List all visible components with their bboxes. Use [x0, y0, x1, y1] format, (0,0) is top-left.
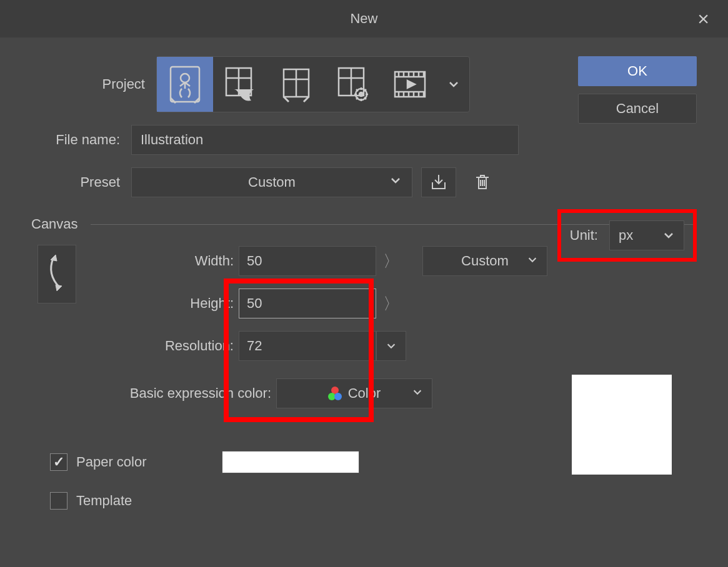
width-input[interactable]	[239, 246, 376, 276]
resolution-input[interactable]	[239, 331, 376, 361]
height-row: Height: 〉	[95, 287, 697, 320]
filename-label: File name:	[31, 132, 131, 148]
save-preset-button[interactable]	[421, 167, 456, 197]
action-buttons: OK Cancel	[578, 56, 697, 131]
dialog-body: OK Cancel Project	[0, 37, 728, 567]
svg-point-6	[359, 92, 363, 96]
template-label: Template	[76, 493, 132, 509]
swap-arrows-icon	[44, 252, 69, 296]
rgb-icon	[328, 387, 342, 400]
chevron-down-icon	[386, 340, 397, 352]
template-row: Template	[50, 492, 697, 510]
template-checkbox[interactable]	[50, 492, 67, 510]
project-type-comic[interactable]	[213, 57, 269, 112]
ok-button[interactable]: OK	[578, 56, 697, 86]
chevron-down-icon	[412, 387, 423, 398]
filename-input[interactable]	[131, 125, 519, 155]
paper-color-label: Paper color	[76, 454, 147, 470]
comic-alt-icon	[279, 66, 316, 103]
preset-value: Custom	[248, 174, 296, 190]
color-mode-value: Color	[348, 385, 381, 402]
cancel-button[interactable]: Cancel	[578, 94, 697, 124]
close-icon[interactable]: ×	[697, 7, 709, 31]
illustration-icon	[168, 64, 202, 104]
resolution-row: Resolution:	[95, 330, 697, 362]
color-mode-select[interactable]: Color	[276, 378, 432, 408]
swap-orientation-button[interactable]	[37, 245, 76, 303]
resolution-label: Resolution:	[95, 338, 239, 354]
delete-preset-button[interactable]	[465, 167, 500, 197]
width-link-icon[interactable]: 〉	[376, 246, 406, 276]
paper-color-checkbox[interactable]	[50, 453, 67, 471]
height-input[interactable]	[239, 288, 376, 318]
canvas-preview	[572, 375, 672, 475]
unit-label: Unit:	[570, 227, 598, 244]
height-label: Height:	[95, 295, 239, 312]
trash-icon	[473, 172, 492, 192]
size-preset-value: Custom	[461, 253, 509, 269]
titlebar: New ×	[0, 0, 728, 37]
dialog-title: New	[350, 11, 377, 27]
canvas-title: Canvas	[31, 216, 78, 232]
project-type-group	[156, 56, 470, 112]
project-type-more[interactable]	[438, 78, 469, 91]
comic-settings-icon	[335, 66, 372, 103]
chevron-down-icon	[389, 174, 402, 187]
width-label: Width:	[95, 253, 239, 269]
project-type-animation[interactable]	[382, 57, 438, 112]
chevron-down-icon	[662, 229, 675, 242]
paper-color-swatch[interactable]	[222, 451, 359, 473]
comic-icon	[222, 66, 260, 103]
size-preset-select[interactable]: Custom	[422, 246, 547, 276]
project-type-comic-settings[interactable]	[326, 57, 382, 112]
resolution-dropdown[interactable]	[376, 331, 406, 361]
preset-row: Preset Custom	[31, 167, 697, 197]
height-link-icon[interactable]: 〉	[376, 288, 406, 318]
project-type-illustration[interactable]	[157, 57, 213, 112]
animation-icon	[391, 66, 429, 103]
unit-block: Unit: px	[557, 209, 697, 262]
color-mode-label: Basic expression color:	[95, 385, 276, 402]
project-type-comic-alt[interactable]	[269, 57, 326, 112]
chevron-down-icon	[527, 254, 538, 265]
unit-select[interactable]: px	[609, 220, 684, 250]
unit-value: px	[619, 227, 633, 244]
project-label: Project	[31, 76, 156, 92]
svg-point-1	[181, 74, 189, 82]
save-icon	[429, 172, 449, 192]
preset-label: Preset	[31, 174, 131, 190]
preset-select[interactable]: Custom	[131, 167, 412, 197]
